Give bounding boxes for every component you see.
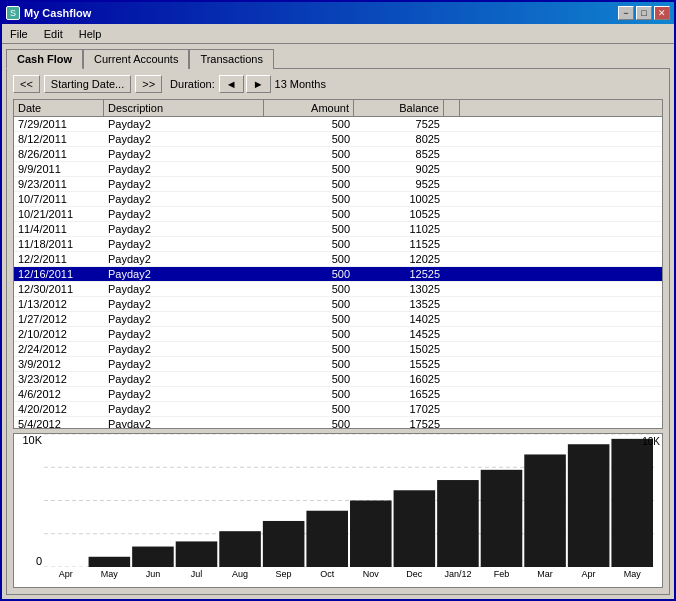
cell-amount: 500: [264, 297, 354, 311]
table-row[interactable]: 12/30/2011 Payday2 500 13025: [14, 282, 662, 297]
cell-balance: 10025: [354, 192, 444, 206]
table-row[interactable]: 9/9/2011 Payday2 500 9025: [14, 162, 662, 177]
cell-date: 12/16/2011: [14, 267, 104, 281]
cell-amount: 500: [264, 192, 354, 206]
table-row[interactable]: 8/26/2011 Payday2 500 8525: [14, 147, 662, 162]
cell-balance: 14025: [354, 312, 444, 326]
y-label-top: 10K: [22, 434, 42, 446]
cell-amount: 500: [264, 387, 354, 401]
cell-desc: Payday2: [104, 267, 264, 281]
x-label: Mar: [523, 569, 567, 579]
x-label: Nov: [349, 569, 393, 579]
cell-desc: Payday2: [104, 162, 264, 176]
cell-desc: Payday2: [104, 237, 264, 251]
x-label: Feb: [480, 569, 524, 579]
cell-date: 9/23/2011: [14, 177, 104, 191]
table-row[interactable]: 2/24/2012 Payday2 500 15025: [14, 342, 662, 357]
x-label: May: [610, 569, 654, 579]
table-row[interactable]: 1/27/2012 Payday2 500 14025: [14, 312, 662, 327]
menu-file[interactable]: File: [6, 27, 32, 41]
table-row[interactable]: 8/12/2011 Payday2 500 8025: [14, 132, 662, 147]
transactions-table: Date Description Amount Balance 7/29/201…: [13, 99, 663, 429]
cell-amount: 500: [264, 357, 354, 371]
table-row[interactable]: 12/16/2011 Payday2 500 12525: [14, 267, 662, 282]
cell-date: 8/26/2011: [14, 147, 104, 161]
cell-date: 10/21/2011: [14, 207, 104, 221]
toolbar: << Starting Date... >> Duration: ◄ ► 13 …: [13, 75, 663, 93]
minimize-button[interactable]: −: [618, 6, 634, 20]
cell-date: 8/12/2011: [14, 132, 104, 146]
svg-rect-10: [263, 521, 305, 567]
table-row[interactable]: 4/20/2012 Payday2 500 17025: [14, 402, 662, 417]
table-row[interactable]: 7/29/2011 Payday2 500 7525: [14, 117, 662, 132]
table-row[interactable]: 12/2/2011 Payday2 500 12025: [14, 252, 662, 267]
prev-button[interactable]: <<: [13, 75, 40, 93]
chart-svg: [44, 434, 654, 567]
starting-date-button[interactable]: Starting Date...: [44, 75, 131, 93]
table-row[interactable]: 10/21/2011 Payday2 500 10525: [14, 207, 662, 222]
cell-desc: Payday2: [104, 222, 264, 236]
cell-date: 11/4/2011: [14, 222, 104, 236]
duration-prev-button[interactable]: ◄: [219, 75, 244, 93]
table-row[interactable]: 9/23/2011 Payday2 500 9525: [14, 177, 662, 192]
cell-desc: Payday2: [104, 342, 264, 356]
table-row[interactable]: 2/10/2012 Payday2 500 14525: [14, 327, 662, 342]
y-right-label: 10K: [642, 436, 660, 447]
table-row[interactable]: 5/4/2012 Payday2 500 17525: [14, 417, 662, 428]
x-label: Apr: [567, 569, 611, 579]
chart-y-labels: 10K 0: [14, 434, 44, 567]
cell-amount: 500: [264, 132, 354, 146]
cell-desc: Payday2: [104, 192, 264, 206]
svg-rect-9: [219, 531, 261, 567]
cell-amount: 500: [264, 147, 354, 161]
svg-rect-18: [611, 439, 653, 567]
maximize-button[interactable]: □: [636, 6, 652, 20]
tab-cashflow[interactable]: Cash Flow: [6, 49, 83, 69]
cell-balance: 7525: [354, 117, 444, 131]
tab-transactions[interactable]: Transactions: [189, 49, 274, 69]
duration-value: 13 Months: [275, 78, 326, 90]
cell-amount: 500: [264, 372, 354, 386]
table-row[interactable]: 3/23/2012 Payday2 500 16025: [14, 372, 662, 387]
cell-balance: 13025: [354, 282, 444, 296]
duration-nav: ◄ ►: [219, 75, 271, 93]
table-row[interactable]: 3/9/2012 Payday2 500 15525: [14, 357, 662, 372]
cell-amount: 500: [264, 222, 354, 236]
col-balance: Balance: [354, 100, 444, 116]
menu-help[interactable]: Help: [75, 27, 106, 41]
close-button[interactable]: ✕: [654, 6, 670, 20]
table-row[interactable]: 1/13/2012 Payday2 500 13525: [14, 297, 662, 312]
cell-date: 9/9/2011: [14, 162, 104, 176]
table-body[interactable]: 7/29/2011 Payday2 500 7525 8/12/2011 Pay…: [14, 117, 662, 428]
cell-date: 12/2/2011: [14, 252, 104, 266]
cell-balance: 17525: [354, 417, 444, 428]
svg-rect-14: [437, 480, 479, 567]
cell-balance: 16025: [354, 372, 444, 386]
menu-edit[interactable]: Edit: [40, 27, 67, 41]
cell-date: 4/20/2012: [14, 402, 104, 416]
x-label: Dec: [393, 569, 437, 579]
cell-date: 10/7/2011: [14, 192, 104, 206]
x-label: Oct: [305, 569, 349, 579]
table-row[interactable]: 10/7/2011 Payday2 500 10025: [14, 192, 662, 207]
next-button[interactable]: >>: [135, 75, 162, 93]
table-row[interactable]: 11/18/2011 Payday2 500 11525: [14, 237, 662, 252]
x-label: Apr: [44, 569, 88, 579]
cell-balance: 8025: [354, 132, 444, 146]
cell-desc: Payday2: [104, 402, 264, 416]
x-label: Jun: [131, 569, 175, 579]
cell-amount: 500: [264, 402, 354, 416]
svg-rect-15: [481, 470, 523, 567]
cell-date: 2/10/2012: [14, 327, 104, 341]
y-label-bottom: 0: [36, 555, 42, 567]
cell-amount: 500: [264, 252, 354, 266]
cell-desc: Payday2: [104, 297, 264, 311]
duration-next-button[interactable]: ►: [246, 75, 271, 93]
cell-balance: 11525: [354, 237, 444, 251]
cell-amount: 500: [264, 327, 354, 341]
cell-desc: Payday2: [104, 252, 264, 266]
tab-accounts[interactable]: Current Accounts: [83, 49, 189, 69]
table-row[interactable]: 4/6/2012 Payday2 500 16525: [14, 387, 662, 402]
table-row[interactable]: 11/4/2011 Payday2 500 11025: [14, 222, 662, 237]
app-icon: S: [6, 6, 20, 20]
